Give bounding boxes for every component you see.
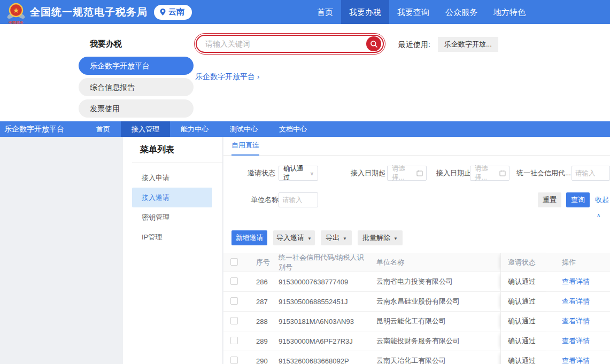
portal-sidebar: 我要办税 乐企数字开放平台 综合信息报告 发票使用	[79, 24, 194, 118]
add-invite-button[interactable]: 新增邀请	[231, 230, 267, 245]
cell-credit-code: 91530000MA6PF27R3J	[272, 337, 370, 345]
row-checkbox[interactable]	[230, 297, 238, 305]
cell-company: 云南能投财务服务有限公司	[370, 336, 500, 346]
nav-tax-services[interactable]: 我要办税	[341, 0, 389, 24]
cell-seq: 288	[248, 317, 272, 326]
filter-panel: 邀请状态 确认通过 ∨ 接入日期起 请选择... 接入日期止 请选择...	[223, 156, 610, 227]
subnav-test-center[interactable]: 测试中心	[222, 121, 266, 137]
date-to-placeholder: 请选择...	[470, 164, 499, 182]
export-button[interactable]: 导出▼	[321, 230, 352, 245]
tab-self-direct-connect[interactable]: 自用直连	[231, 137, 259, 156]
portal-section: 我要办税 乐企数字开放平台 综合信息报告 发票使用 最近使用: 乐企数字开放..…	[0, 24, 610, 121]
query-button[interactable]: 查询	[566, 192, 590, 207]
cell-seq: 289	[248, 337, 272, 345]
sidebar-item-leqi-platform[interactable]: 乐企数字开放平台	[79, 57, 194, 75]
subnav-doc-center[interactable]: 文档中心	[271, 121, 315, 137]
header-status: 邀请状态	[500, 253, 554, 272]
nav-home[interactable]: 首页	[309, 0, 341, 24]
table-header-row: 序号 统一社会信用代码/纳税人识别号 单位名称 邀请状态 操作	[223, 253, 610, 272]
collapse-label: 收起	[595, 196, 609, 204]
search-button[interactable]	[366, 36, 381, 51]
sidebar-item-info-report[interactable]: 综合信息报告	[79, 78, 194, 96]
date-from-label: 接入日期起	[351, 166, 385, 181]
row-checkbox[interactable]	[230, 357, 238, 364]
nav-inquiry[interactable]: 我要查询	[389, 0, 437, 24]
cell-status: 确认通过	[500, 292, 554, 311]
view-details-link[interactable]: 查看详情	[554, 356, 610, 364]
menu-item-key-management[interactable]: 密钥管理	[123, 207, 222, 227]
select-all-checkbox[interactable]	[230, 258, 238, 266]
cell-seq: 286	[248, 278, 272, 286]
row-checkbox[interactable]	[230, 337, 238, 344]
cell-credit-code: 915300007638777409	[272, 278, 370, 286]
batch-remove-button[interactable]: 批量解除▼	[358, 230, 403, 245]
recent-used-chip[interactable]: 乐企数字开放...	[438, 37, 498, 52]
batch-remove-label: 批量解除	[362, 234, 390, 242]
import-invite-label: 导入邀请	[276, 234, 304, 242]
caret-down-icon: ▼	[307, 236, 312, 241]
credit-code-input[interactable]	[572, 169, 609, 177]
date-from-picker[interactable]: 请选择...	[387, 166, 427, 181]
recent-used-label: 最近使用:	[398, 40, 430, 50]
row-checkbox[interactable]	[230, 277, 238, 285]
invite-status-label: 邀请状态	[248, 166, 275, 181]
subnav-capability-center[interactable]: 能力中心	[173, 121, 217, 137]
cell-credit-code: 91532600683668092P	[272, 357, 370, 364]
caret-down-icon: ▼	[343, 236, 347, 241]
workspace: 菜单列表 接入申请 接入邀请 密钥管理 IP管理 自用直连 邀请状态 确认通过 …	[0, 137, 610, 364]
table-actions: 新增邀请 导入邀请▼ 导出▼ 批量解除▼	[223, 227, 610, 253]
location-selector[interactable]: 云南	[154, 5, 192, 20]
reset-button[interactable]: 重置	[538, 192, 561, 207]
breadcrumb-link[interactable]: 乐企数字开放平台	[195, 72, 255, 81]
menu-item-access-apply[interactable]: 接入申请	[123, 168, 222, 188]
credit-code-label: 统一社会信用代...	[516, 166, 571, 181]
sidebar-item-invoice-use[interactable]: 发票使用	[79, 99, 194, 118]
chevron-up-icon: ∧	[597, 212, 600, 218]
site-title: 全国统一规范电子税务局	[30, 5, 148, 19]
view-details-link[interactable]: 查看详情	[554, 316, 610, 326]
platform-subnav: 乐企数字开放平台 首页 接入管理 能力中心 测试中心 文档中心	[0, 121, 610, 137]
menu-item-ip-management[interactable]: IP管理	[123, 227, 222, 247]
tab-bar: 自用直连	[223, 137, 610, 156]
collapse-toggle[interactable]: 收起∧	[595, 192, 610, 207]
breadcrumb[interactable]: 乐企数字开放平台›	[195, 72, 259, 82]
cell-status: 确认通过	[500, 351, 554, 364]
top-nav: 首页 我要办税 我要查询 公众服务 地方特色	[309, 0, 534, 24]
header-company: 单位名称	[370, 258, 500, 267]
invite-table: 序号 统一社会信用代码/纳税人识别号 单位名称 邀请状态 操作 286 9153…	[223, 253, 610, 364]
calendar-icon	[499, 170, 506, 176]
cell-credit-code: 91530181MA6N03AN93	[272, 317, 370, 326]
header-credit-code: 统一社会信用代码/纳税人识别号	[272, 253, 370, 272]
calendar-icon	[416, 170, 423, 176]
menu-item-access-invite[interactable]: 接入邀请	[132, 188, 212, 207]
nav-public-services[interactable]: 公众服务	[437, 0, 485, 24]
view-details-link[interactable]: 查看详情	[554, 297, 610, 306]
cell-seq: 290	[248, 357, 272, 364]
invite-status-select[interactable]: 确认通过 ∨	[279, 166, 318, 181]
cell-company: 云南永昌硅业股份有限公司	[370, 297, 500, 306]
platform-nav: 首页 接入管理 能力中心 测试中心 文档中心	[86, 121, 318, 137]
main-content: 自用直连 邀请状态 确认通过 ∨ 接入日期起 请选择... 接入日期止	[223, 137, 610, 364]
cell-seq: 287	[248, 298, 272, 306]
location-pin-icon	[159, 8, 166, 16]
cell-company: 昆明云能化工有限公司	[370, 316, 500, 326]
cell-company: 云南省电力投资有限公司	[370, 277, 500, 286]
table-row: 289 91530000MA6PF27R3J 云南能投财务服务有限公司 确认通过…	[223, 331, 610, 351]
location-label: 云南	[168, 7, 184, 17]
table-row: 288 91530181MA6N03AN93 昆明云能化工有限公司 确认通过 查…	[223, 312, 610, 331]
import-invite-button[interactable]: 导入邀请▼	[273, 230, 315, 245]
svg-text:★: ★	[13, 6, 19, 14]
export-label: 导出	[326, 234, 339, 242]
search-input[interactable]	[205, 40, 383, 48]
date-to-picker[interactable]: 请选择...	[470, 166, 509, 181]
company-name-input[interactable]	[279, 196, 318, 204]
breadcrumb-arrow-icon: ›	[257, 73, 259, 81]
row-checkbox[interactable]	[230, 317, 238, 324]
nav-local-features[interactable]: 地方特色	[485, 0, 534, 24]
header-action: 操作	[554, 258, 610, 267]
view-details-link[interactable]: 查看详情	[554, 336, 610, 346]
view-details-link[interactable]: 查看详情	[554, 277, 610, 286]
subnav-home[interactable]: 首页	[88, 121, 118, 137]
subnav-access-management[interactable]: 接入管理	[121, 121, 170, 137]
cell-company: 云南天冶化工有限公司	[370, 356, 500, 364]
